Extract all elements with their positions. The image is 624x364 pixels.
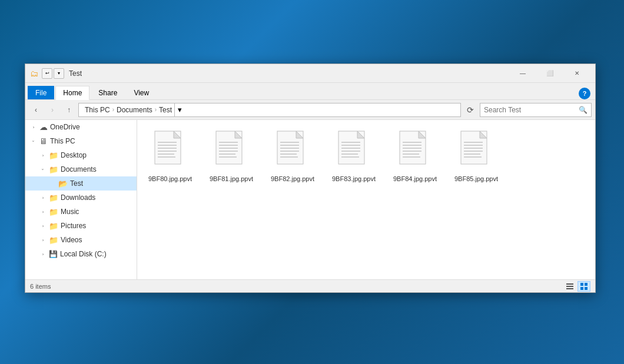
sidebar-item-videos[interactable]: › 📁 Videos <box>25 233 137 247</box>
folder-icon-pictures: 📁 <box>49 222 58 231</box>
search-bar[interactable]: 🔍 <box>480 103 592 117</box>
ribbon: File Home Share View ? <box>25 83 595 100</box>
svg-rect-31 <box>341 156 359 158</box>
sidebar-item-documents[interactable]: › 📁 Documents <box>25 162 137 176</box>
expand-arrow-localdisk: › <box>39 251 47 258</box>
window-controls: — ⬜ ✕ <box>509 64 590 83</box>
file-item[interactable]: 9BF82.jpg.ppvt <box>264 125 321 188</box>
file-item[interactable]: 9BF80.jpg.ppvt <box>142 125 198 188</box>
cloud-icon: ☁ <box>39 122 48 132</box>
svg-rect-10 <box>219 142 238 143</box>
search-input[interactable] <box>484 106 579 114</box>
svg-rect-21 <box>280 151 299 152</box>
svg-rect-49 <box>566 286 573 287</box>
expand-arrow-desktop: › <box>39 152 47 159</box>
svg-rect-28 <box>341 148 360 149</box>
item-count: 6 items <box>30 283 51 290</box>
sidebar-item-downloads[interactable]: › 📁 Downloads <box>25 191 137 205</box>
file-item[interactable]: 9BF83.jpg.ppvt <box>326 125 382 188</box>
file-item[interactable]: 9BF85.jpg.ppvt <box>448 125 504 188</box>
svg-rect-27 <box>341 145 360 146</box>
breadcrumb-test[interactable]: Test <box>157 106 174 114</box>
sidebar-item-pictures[interactable]: › 📁 Pictures <box>25 219 137 233</box>
help-button[interactable]: ? <box>579 88 590 99</box>
expand-arrow-thispc: › <box>30 138 37 145</box>
file-icon-5 <box>457 130 495 172</box>
sidebar-item-thispc[interactable]: › 🖥 This PC <box>25 134 137 148</box>
svg-rect-11 <box>219 145 238 146</box>
large-icons-view-button[interactable] <box>577 281 590 292</box>
sidebar-item-localdisk[interactable]: › 💾 Local Disk (C:) <box>25 247 137 261</box>
svg-rect-18 <box>280 142 299 143</box>
svg-rect-29 <box>341 151 360 152</box>
sidebar-item-desktop[interactable]: › 📁 Desktop <box>25 148 137 162</box>
ribbon-help: ? <box>579 88 593 99</box>
svg-rect-7 <box>158 156 175 158</box>
svg-rect-19 <box>280 145 299 146</box>
svg-rect-6 <box>158 153 174 155</box>
sidebar-item-test[interactable]: › 📂 Test <box>25 176 137 191</box>
quick-btn-2[interactable]: ▾ <box>54 68 64 79</box>
explorer-window: 🗂 ↩ ▾ Test — ⬜ ✕ File Home Share View ? … <box>25 64 596 293</box>
sidebar-label-desktop: Desktop <box>61 151 134 159</box>
sidebar: › ☁ OneDrive › 🖥 This PC › 📁 Desktop › 📁… <box>25 120 137 279</box>
address-dropdown-button[interactable]: ▾ <box>174 103 185 117</box>
svg-rect-48 <box>566 283 573 285</box>
svg-rect-3 <box>158 145 177 146</box>
file-icon-0 <box>151 130 189 172</box>
close-button[interactable]: ✕ <box>563 64 590 83</box>
sidebar-label-music: Music <box>61 208 134 216</box>
folder-icon-desktop: 📁 <box>49 151 58 160</box>
file-item[interactable]: 9BF84.jpg.ppvt <box>387 125 443 188</box>
svg-rect-37 <box>403 151 421 152</box>
minimize-button[interactable]: — <box>509 64 536 83</box>
svg-rect-42 <box>464 142 483 143</box>
svg-rect-38 <box>403 153 419 155</box>
sidebar-label-downloads: Downloads <box>61 193 134 202</box>
up-button[interactable]: ↑ <box>62 103 76 117</box>
file-icon-1 <box>213 130 250 172</box>
sidebar-label-videos: Videos <box>61 236 134 244</box>
forward-button[interactable]: › <box>45 103 59 117</box>
title-bar: 🗂 ↩ ▾ Test — ⬜ ✕ <box>25 64 595 83</box>
file-item[interactable]: 9BF81.jpg.ppvt <box>203 125 260 188</box>
tab-home[interactable]: Home <box>55 86 89 100</box>
svg-rect-47 <box>464 156 482 158</box>
quick-btn-1[interactable]: ↩ <box>42 68 52 79</box>
svg-rect-2 <box>158 142 177 143</box>
svg-rect-5 <box>158 151 177 152</box>
address-bar[interactable]: This PC › Documents › Test ▾ <box>78 103 461 117</box>
tab-view[interactable]: View <box>126 86 157 99</box>
sidebar-item-music[interactable]: › 📁 Music <box>25 205 137 219</box>
svg-rect-52 <box>585 283 588 286</box>
files-grid: 9BF80.jpg.ppvt 9BF81.jpg.ppvt <box>142 125 590 188</box>
svg-rect-22 <box>280 153 297 155</box>
file-name-3: 9BF83.jpg.ppvt <box>332 175 376 183</box>
back-button[interactable]: ‹ <box>29 103 43 117</box>
details-view-button[interactable] <box>563 281 576 292</box>
file-area: 9BF80.jpg.ppvt 9BF81.jpg.ppvt <box>137 120 595 279</box>
svg-rect-44 <box>464 148 483 149</box>
view-toggle <box>563 281 590 292</box>
search-icon[interactable]: 🔍 <box>579 106 588 114</box>
tab-file[interactable]: File <box>28 86 54 99</box>
tab-share[interactable]: Share <box>91 86 125 99</box>
maximize-button[interactable]: ⬜ <box>536 64 563 83</box>
folder-icon-downloads: 📁 <box>49 193 58 202</box>
expand-arrow-documents: › <box>39 166 47 173</box>
file-name-2: 9BF82.jpg.ppvt <box>271 175 314 183</box>
breadcrumb-thispc[interactable]: This PC <box>82 106 112 114</box>
svg-rect-23 <box>280 156 298 158</box>
disk-icon-c: 💾 <box>49 250 58 258</box>
breadcrumb-documents[interactable]: Documents <box>114 106 155 114</box>
folder-icon-music: 📁 <box>49 208 58 216</box>
expand-arrow-music: › <box>39 208 47 215</box>
svg-rect-39 <box>403 156 420 158</box>
sidebar-label-documents: Documents <box>61 165 134 173</box>
status-bar: 6 items <box>25 279 595 292</box>
svg-rect-53 <box>580 287 583 290</box>
refresh-button[interactable]: ⟳ <box>463 103 477 117</box>
sidebar-item-onedrive[interactable]: › ☁ OneDrive <box>25 120 137 134</box>
svg-rect-54 <box>585 287 588 290</box>
svg-rect-35 <box>403 145 421 146</box>
